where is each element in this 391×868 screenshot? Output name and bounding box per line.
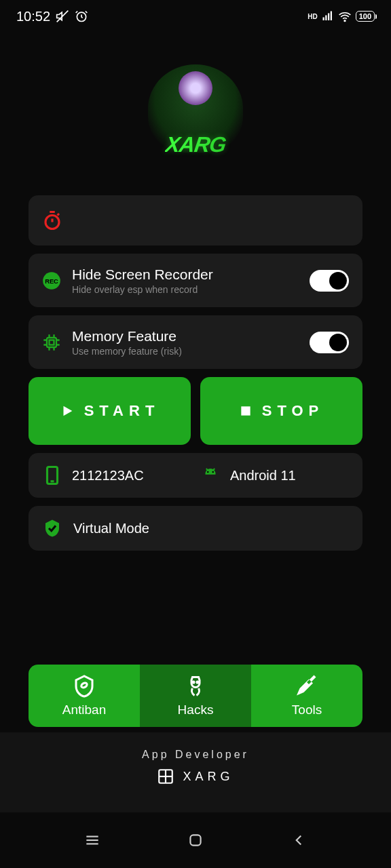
status-bar: 10:52 HD 100 [0,0,391,33]
svg-point-20 [193,682,194,683]
footer-title: App Developer [0,749,391,761]
rec-icon: REC [42,271,61,290]
memory-feature-option: Memory Feature Use memory feature (risk) [29,315,362,369]
svg-rect-5 [330,12,331,21]
wifi-icon [338,9,352,23]
shield-check-icon [42,518,62,538]
mute-icon [56,9,69,23]
virtual-mode-card: Virtual Mode [29,506,362,551]
svg-point-19 [81,682,88,689]
battery-icon: 100 [356,11,375,22]
svg-rect-4 [328,14,329,21]
tab-bar: Antiban Hacks Tools [29,665,362,727]
svg-rect-2 [322,18,324,21]
device-os: Android 11 [230,468,296,484]
memory-feature-toggle[interactable] [310,332,349,353]
option-title: Memory Feature [72,328,299,344]
svg-rect-12 [241,407,250,416]
tab-antiban[interactable]: Antiban [29,665,140,727]
signal-icon [322,10,334,22]
hide-recorder-option: REC Hide Screen Recorder Hide overlay es… [29,254,362,307]
footer-brand: XARG [183,770,234,784]
tab-hacks[interactable]: Hacks [140,665,251,727]
device-info-card: 2112123AC Android 11 [29,453,362,498]
menu-icon[interactable] [83,831,101,849]
android-icon [200,465,221,486]
svg-point-21 [197,682,198,683]
grid-icon [157,768,174,785]
stop-button[interactable]: STOP [200,377,362,445]
logo-area: XARG [0,33,391,195]
stopwatch-icon [42,210,62,231]
logo-text: XARG [164,132,227,157]
hd-label: HD [308,13,317,20]
tab-tools[interactable]: Tools [251,665,362,727]
hide-recorder-toggle[interactable] [310,270,349,292]
svg-line-17 [206,469,208,471]
svg-point-15 [207,471,209,473]
system-navbar [0,812,391,868]
svg-rect-11 [50,340,54,344]
alarm-icon [75,9,88,23]
svg-line-18 [213,469,215,471]
option-subtitle: Use memory feature (risk) [72,346,299,357]
phone-icon [42,465,62,486]
option-subtitle: Hide overlay esp when record [72,284,299,295]
svg-point-16 [212,471,215,473]
home-icon[interactable] [187,831,204,849]
device-model: 2112123AC [72,468,144,484]
status-time: 10:52 [16,9,50,24]
mode-label: Virtual Mode [73,521,149,536]
svg-text:REC: REC [45,277,58,284]
chip-icon [42,333,61,352]
svg-point-6 [344,20,346,22]
start-button[interactable]: START [29,377,191,445]
footer: App Developer XARG [0,732,391,812]
timer-card[interactable] [29,195,362,245]
option-title: Hide Screen Recorder [72,266,299,283]
svg-rect-3 [325,16,327,21]
back-icon[interactable] [290,831,308,849]
svg-rect-10 [47,338,56,347]
svg-rect-28 [190,835,200,845]
